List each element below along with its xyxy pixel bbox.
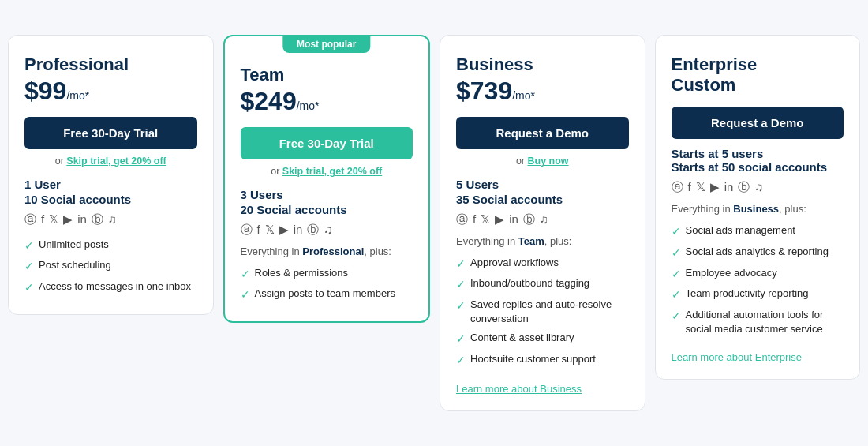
plan-name-professional: Professional bbox=[24, 54, 197, 75]
cta-button-enterprise[interactable]: Request a Demo bbox=[672, 107, 844, 139]
check-icon: ✓ bbox=[456, 298, 466, 314]
youtube-icon: ▶ bbox=[279, 223, 289, 238]
linkedin-icon: in bbox=[724, 180, 734, 195]
users-business: 5 Users bbox=[456, 178, 629, 191]
starts-at-accounts: Starts at 50 social accounts bbox=[672, 160, 844, 174]
check-icon: ✓ bbox=[672, 267, 681, 283]
enterprise-starts: Starts at 5 users Starts at 50 social ac… bbox=[672, 147, 844, 174]
social-icons-business: ⓐ f 𝕏 ▶ in ⓑ ♫ bbox=[456, 212, 629, 227]
check-icon: ✓ bbox=[456, 257, 466, 272]
skip-anchor-business[interactable]: Buy now bbox=[528, 156, 569, 167]
check-icon: ✓ bbox=[456, 353, 466, 369]
starts-at-users: Starts at 5 users bbox=[672, 147, 844, 160]
instagram-icon: ⓐ bbox=[24, 212, 36, 227]
accounts-professional: 10 Social accounts bbox=[24, 193, 197, 206]
pinterest-icon: ⓑ bbox=[523, 212, 535, 227]
feature-item: ✓Social ads management bbox=[672, 221, 844, 242]
learn-more-business[interactable]: Learn more about Business bbox=[456, 383, 629, 395]
feature-intro-business: Everything in Team, plus: bbox=[456, 235, 629, 247]
plan-card-team: Most popular Team $249/mo* Free 30-Day T… bbox=[223, 35, 431, 323]
cta-button-team[interactable]: Free 30-Day Trial bbox=[241, 127, 413, 159]
accounts-business: 35 Social accounts bbox=[456, 193, 629, 206]
feature-item: ✓Assign posts to team members bbox=[241, 284, 413, 305]
check-icon: ✓ bbox=[24, 238, 34, 254]
learn-more-enterprise[interactable]: Learn more about Enterprise bbox=[672, 351, 844, 363]
feature-item: ✓Roles & permissions bbox=[241, 264, 413, 285]
tiktok-icon: ♫ bbox=[540, 212, 548, 227]
tiktok-icon: ♫ bbox=[108, 212, 117, 227]
users-team: 3 Users bbox=[241, 188, 413, 201]
plan-name-business: Business bbox=[456, 54, 629, 75]
skip-link-team: or Skip trial, get 20% off bbox=[241, 166, 413, 177]
check-icon: ✓ bbox=[456, 332, 466, 347]
plan-name-team: Team bbox=[241, 65, 413, 85]
check-icon: ✓ bbox=[241, 287, 250, 303]
youtube-icon: ▶ bbox=[495, 212, 504, 227]
twitter-icon: 𝕏 bbox=[696, 180, 705, 195]
instagram-icon: ⓐ bbox=[456, 212, 468, 227]
instagram-icon: ⓐ bbox=[672, 180, 683, 195]
skip-anchor-team[interactable]: Skip trial, get 20% off bbox=[282, 166, 382, 177]
accounts-team: 20 Social accounts bbox=[241, 203, 413, 216]
feature-intro-team: Everything in Professional, plus: bbox=[241, 245, 413, 257]
social-icons-professional: ⓐ f 𝕏 ▶ in ⓑ ♫ bbox=[24, 212, 197, 227]
twitter-icon: 𝕏 bbox=[265, 223, 275, 238]
feature-intro-enterprise: Everything in Business, plus: bbox=[672, 203, 844, 215]
youtube-icon: ▶ bbox=[710, 180, 720, 195]
cta-button-business[interactable]: Request a Demo bbox=[456, 117, 629, 149]
tiktok-icon: ♫ bbox=[324, 223, 332, 238]
feature-list-enterprise: ✓Social ads management ✓Social ads analy… bbox=[672, 221, 844, 339]
skip-link-professional: or Skip trial, get 20% off bbox=[24, 156, 197, 167]
linkedin-icon: in bbox=[77, 212, 87, 227]
pinterest-icon: ⓑ bbox=[307, 223, 319, 238]
feature-item: ✓Saved replies and auto-resolve conversa… bbox=[456, 295, 629, 328]
pinterest-icon: ⓑ bbox=[738, 180, 750, 195]
cta-button-professional[interactable]: Free 30-Day Trial bbox=[24, 117, 197, 149]
feature-item: ✓Social ads analytics & reporting bbox=[672, 242, 844, 264]
check-icon: ✓ bbox=[241, 267, 250, 283]
social-icons-enterprise: ⓐ f 𝕏 ▶ in ⓑ ♫ bbox=[672, 180, 844, 195]
plan-price-business: $739/mo* bbox=[456, 77, 629, 106]
check-icon: ✓ bbox=[24, 280, 34, 296]
feature-item: ✓Approval workflows bbox=[456, 253, 629, 275]
facebook-icon: f bbox=[473, 212, 476, 227]
check-icon: ✓ bbox=[672, 287, 681, 303]
plan-name-enterprise: EnterpriseCustom bbox=[672, 54, 844, 96]
feature-item: ✓Additional automation tools for social … bbox=[672, 305, 844, 339]
users-professional: 1 User bbox=[24, 178, 197, 191]
linkedin-icon: in bbox=[294, 223, 303, 238]
linkedin-icon: in bbox=[509, 212, 518, 227]
check-icon: ✓ bbox=[456, 277, 466, 293]
plan-card-business: Business $739/mo* Request a Demo or Buy … bbox=[440, 35, 645, 412]
feature-item: ✓Content & asset library bbox=[456, 328, 629, 350]
feature-item: ✓Team productivity reporting bbox=[672, 284, 844, 305]
feature-list-professional: ✓Unlimited posts ✓Post scheduling ✓Acces… bbox=[24, 235, 197, 298]
feature-item: ✓Hootsuite customer support bbox=[456, 350, 629, 371]
youtube-icon: ▶ bbox=[63, 212, 73, 227]
feature-list-business: ✓Approval workflows ✓Inbound/outbound ta… bbox=[456, 253, 629, 371]
feature-item: ✓Unlimited posts bbox=[24, 235, 197, 257]
feature-item: ✓Access to messages in one inbox bbox=[24, 277, 197, 298]
feature-item: ✓Employee advocacy bbox=[672, 264, 844, 285]
facebook-icon: f bbox=[688, 180, 691, 195]
plan-price-professional: $99/mo* bbox=[24, 77, 197, 106]
pinterest-icon: ⓑ bbox=[92, 212, 103, 227]
pricing-container: Professional $99/mo* Free 30-Day Trial o… bbox=[8, 35, 860, 412]
skip-link-business: or Buy now bbox=[456, 156, 629, 167]
facebook-icon: f bbox=[257, 223, 260, 238]
check-icon: ✓ bbox=[24, 259, 34, 275]
check-icon: ✓ bbox=[672, 245, 681, 261]
skip-anchor-professional[interactable]: Skip trial, get 20% off bbox=[66, 156, 166, 167]
social-icons-team: ⓐ f 𝕏 ▶ in ⓑ ♫ bbox=[241, 223, 413, 238]
tiktok-icon: ♫ bbox=[754, 180, 763, 195]
check-icon: ✓ bbox=[672, 309, 681, 324]
instagram-icon: ⓐ bbox=[241, 223, 253, 238]
feature-item: ✓Inbound/outbound tagging bbox=[456, 274, 629, 295]
check-icon: ✓ bbox=[672, 224, 681, 240]
twitter-icon: 𝕏 bbox=[481, 212, 490, 227]
twitter-icon: 𝕏 bbox=[49, 212, 58, 227]
plan-price-team: $249/mo* bbox=[241, 87, 413, 116]
facebook-icon: f bbox=[41, 212, 44, 227]
feature-list-team: ✓Roles & permissions ✓Assign posts to te… bbox=[241, 264, 413, 305]
feature-item: ✓Post scheduling bbox=[24, 256, 197, 277]
